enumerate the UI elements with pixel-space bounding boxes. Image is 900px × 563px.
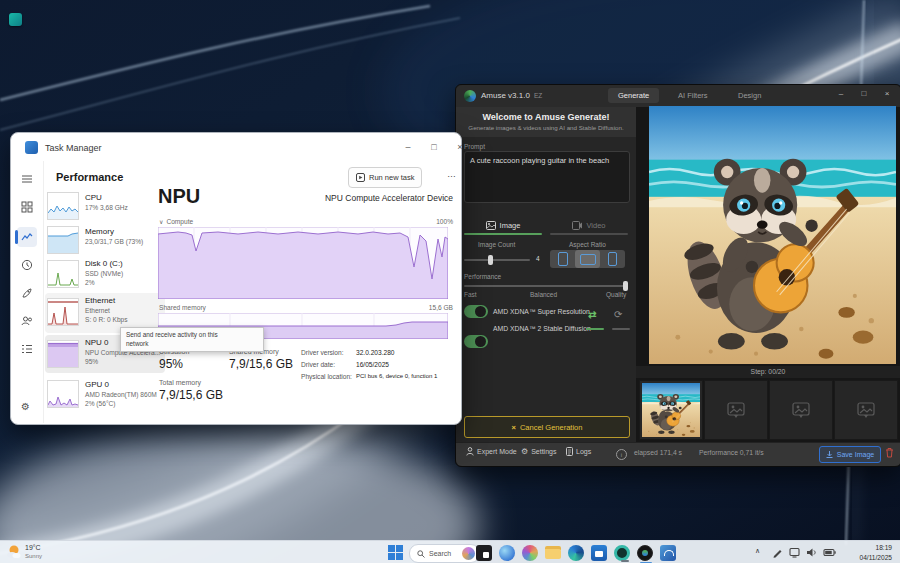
shuffle-icon[interactable]: ⇄ — [588, 309, 596, 320]
battery-icon[interactable] — [823, 547, 836, 558]
thumbnail-4[interactable] — [834, 380, 898, 440]
image-count-slider[interactable] — [464, 259, 530, 261]
performance-tab-accent — [15, 230, 18, 244]
aspect-landscape-button[interactable] — [575, 250, 600, 268]
copilot-icon[interactable] — [499, 545, 515, 561]
amuse-title-suffix: EZ — [534, 92, 542, 99]
welcome-title: Welcome to Amuse Generate! — [456, 112, 636, 122]
logs-button[interactable]: Logs — [566, 447, 591, 456]
image-placeholder-icon — [727, 402, 745, 418]
amuse-maximize-button[interactable] — [854, 89, 874, 98]
task-manager-taskbar-icon[interactable] — [660, 545, 676, 561]
gpu-mini-chart — [47, 380, 79, 408]
details-icon[interactable] — [21, 343, 33, 355]
aspect-portrait-icon — [558, 252, 568, 266]
file-explorer-icon[interactable] — [545, 546, 561, 559]
xdna-super-resolution-toggle[interactable] — [464, 305, 488, 318]
desktop-shortcut-icon[interactable] — [9, 13, 22, 26]
sidebar-card-gpu[interactable]: GPU 0 AMD Radeon(TM) 860M 2% (56°C) — [47, 377, 163, 415]
weather-widget[interactable]: 19°C Sunny — [6, 543, 86, 562]
aspect-portrait-button[interactable] — [550, 250, 575, 268]
tab-design[interactable]: Design — [728, 88, 771, 103]
settings-button[interactable]: ⚙ Settings — [521, 447, 556, 456]
save-image-button[interactable]: Save Image — [819, 446, 881, 463]
tm-window-title: Task Manager — [45, 143, 102, 153]
tray-chevron-icon[interactable]: ∧ — [755, 547, 760, 555]
image-count-value: 4 — [536, 255, 540, 262]
processes-icon[interactable] — [21, 201, 33, 213]
tab-generate[interactable]: Generate — [608, 88, 659, 103]
performance-slider-knob[interactable] — [623, 281, 628, 291]
settings-gear-icon[interactable]: ⚙ — [21, 401, 30, 412]
total-memory-label: Total memory — [159, 379, 201, 386]
card-cpu-sub: 17% 3,68 GHz — [85, 204, 128, 211]
segment-image-underline — [464, 233, 542, 235]
document-icon — [566, 447, 573, 456]
desktop: Amuse v3.1.0 EZ Generate AI Filters Desi… — [0, 0, 900, 563]
aspect-square-icon — [608, 252, 617, 266]
amuse-window: Amuse v3.1.0 EZ Generate AI Filters Desi… — [455, 84, 900, 467]
tm-maximize-button[interactable] — [423, 142, 445, 152]
driver-version-label: Driver version: — [301, 349, 344, 356]
clock-date: 04/11/2025 — [859, 553, 892, 563]
thumbnail-1[interactable] — [639, 380, 703, 440]
aspect-square-button[interactable] — [600, 250, 625, 268]
weather-icon — [6, 544, 22, 560]
thumbnail-2[interactable] — [704, 380, 768, 440]
edge-icon[interactable] — [568, 545, 584, 561]
device-icon[interactable] — [789, 547, 800, 558]
image-count-slider-knob[interactable] — [488, 255, 493, 265]
startup-icon[interactable] — [21, 287, 33, 299]
menu-icon[interactable] — [21, 173, 33, 185]
app-icon-dark[interactable] — [476, 545, 492, 561]
search-box[interactable]: Search — [409, 544, 480, 563]
tm-close-button[interactable] — [449, 142, 471, 152]
expert-mode-label: Expert Mode — [477, 448, 517, 455]
cancel-generation-button[interactable]: Cancel Generation — [464, 416, 630, 438]
cancel-label: Cancel Generation — [520, 423, 583, 432]
prompt-input[interactable]: A cute raccoon playing guitar in the bea… — [464, 151, 630, 203]
segment-video[interactable]: Video — [550, 219, 628, 231]
xdna-super-resolution-label: AMD XDNA™ Super Resolution — [493, 308, 590, 315]
users-icon[interactable] — [21, 315, 33, 327]
xdna-stable-diffusion-toggle[interactable] — [464, 335, 488, 348]
amuse-close-button[interactable] — [877, 89, 897, 98]
app-icon-teal[interactable] — [614, 545, 630, 561]
thumbnail-3[interactable] — [769, 380, 833, 440]
store-icon[interactable] — [591, 545, 607, 561]
sidebar-card-memory[interactable]: Memory 23,0/31,7 GB (73%) — [47, 225, 163, 257]
sidebar-card-cpu[interactable]: CPU 17% 3,68 GHz — [47, 191, 163, 223]
speaker-icon[interactable] — [806, 547, 817, 558]
delete-icon[interactable] — [885, 447, 894, 458]
start-button[interactable] — [388, 545, 403, 560]
designer-pinwheel-icon[interactable] — [522, 545, 538, 561]
tab-ai-filters[interactable]: AI Filters — [668, 88, 718, 103]
performance-slider[interactable] — [464, 285, 628, 287]
info-icon[interactable]: i — [616, 449, 627, 460]
pen-icon[interactable] — [772, 547, 783, 558]
loop-icon[interactable]: ⟳ — [614, 309, 622, 320]
tooltip-line2: network — [126, 340, 258, 349]
performance-icon[interactable] — [21, 231, 33, 243]
search-highlight-avatar[interactable] — [462, 547, 475, 560]
run-task-icon — [356, 173, 365, 182]
amuse-minimize-button[interactable] — [831, 89, 851, 98]
expert-mode-button[interactable]: Expert Mode — [466, 447, 517, 456]
tm-more-button[interactable]: … — [447, 169, 456, 179]
card-ethernet-name: Ethernet — [85, 296, 115, 305]
task-manager-window: Task Manager ⚙ Performance Run new task … — [10, 132, 462, 425]
segment-image[interactable]: Image — [464, 219, 542, 231]
sidebar-card-disk[interactable]: Disk 0 (C:) SSD (NVMe) 2% — [47, 259, 163, 291]
logs-label: Logs — [576, 448, 591, 455]
image-placeholder-icon — [857, 402, 875, 418]
npu-compute-chart — [158, 227, 448, 299]
tm-minimize-button[interactable] — [397, 142, 419, 152]
loop-indicator — [612, 328, 630, 330]
taskbar-clock[interactable]: 18:19 04/11/2025 — [859, 543, 892, 562]
history-icon[interactable] — [21, 259, 33, 271]
weather-condition: Sunny — [25, 553, 42, 559]
compute-section-label[interactable]: Compute — [159, 218, 193, 225]
amuse-taskbar-icon[interactable] — [637, 545, 653, 561]
run-new-task-button[interactable]: Run new task — [348, 167, 422, 188]
generated-image[interactable] — [649, 106, 896, 364]
